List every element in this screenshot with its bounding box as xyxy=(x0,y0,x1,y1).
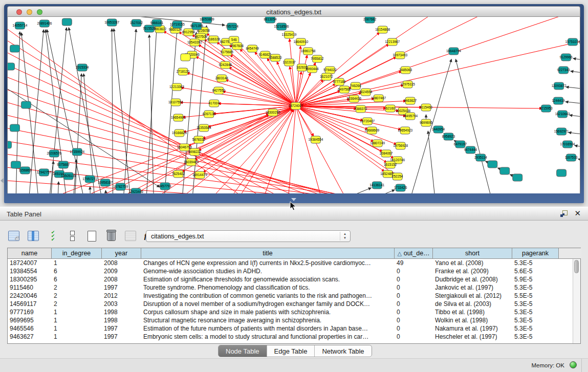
table-row[interactable]: 2242004622012Investigating the contribut… xyxy=(8,292,580,300)
network-node[interactable]: 16053809 xyxy=(200,17,214,23)
network-node[interactable] xyxy=(8,63,14,70)
network-node[interactable] xyxy=(513,174,522,181)
network-node[interactable]: 17957272 xyxy=(82,176,97,183)
network-node[interactable]: 252254 xyxy=(392,173,403,180)
network-node[interactable]: 6497568 xyxy=(338,86,351,93)
network-node[interactable] xyxy=(500,167,510,174)
network-node[interactable]: 8427552 xyxy=(212,87,226,94)
network-node[interactable]: 16648794 xyxy=(446,48,461,55)
network-node[interactable]: 12213363 xyxy=(169,83,184,91)
network-node[interactable]: 16961758 xyxy=(301,48,316,55)
network-node[interactable] xyxy=(8,141,11,148)
table-row[interactable]: 946362711997Embryonic stem cells: a mode… xyxy=(8,333,580,341)
network-node[interactable]: 2015334 xyxy=(76,64,89,71)
float-panel-icon[interactable] xyxy=(560,210,568,217)
table-row[interactable]: 911546021997Tourette syndrome. Phenomeno… xyxy=(8,283,580,292)
network-node[interactable]: 8267130 xyxy=(203,111,216,118)
network-node[interactable]: 1527002 xyxy=(130,19,143,27)
network-node[interactable]: 1322037 xyxy=(282,59,296,66)
network-node[interactable]: 9777169 xyxy=(333,78,346,85)
table-row[interactable]: 969969511998Structural magnetic resonanc… xyxy=(8,316,580,324)
network-node[interactable]: 9242848 xyxy=(219,61,232,69)
network-node[interactable]: 8813054 xyxy=(264,17,277,23)
network-node[interactable] xyxy=(557,169,567,177)
tab-network-table[interactable]: Network Table xyxy=(314,345,371,357)
network-node[interactable]: 417004 xyxy=(208,100,220,107)
network-node[interactable]: 7615526 xyxy=(143,25,156,32)
network-node[interactable]: 1615152 xyxy=(384,161,397,168)
network-node[interactable]: 19654903 xyxy=(171,114,186,121)
network-node[interactable]: 19166825 xyxy=(172,129,187,137)
network-node[interactable]: 8186328 xyxy=(207,36,221,43)
network-node[interactable]: 2803144 xyxy=(215,75,229,82)
network-node[interactable]: 9375887 xyxy=(57,161,70,168)
network-node[interactable]: 1156869 xyxy=(19,167,32,174)
network-node[interactable]: 9129966 xyxy=(559,54,573,61)
table-row[interactable]: 977716911998Corpus callosum shape and si… xyxy=(8,308,580,316)
network-node[interactable]: 19654923 xyxy=(398,127,412,134)
tab-node-table[interactable]: Node Table xyxy=(219,345,267,357)
network-node[interactable]: 7957224 xyxy=(226,23,239,30)
network-node[interactable]: 8454749 xyxy=(246,45,259,52)
column-header-year[interactable]: year xyxy=(102,248,141,258)
network-node[interactable]: 18640910 xyxy=(294,38,309,46)
network-node[interactable]: 8990444 xyxy=(306,65,319,73)
network-node[interactable]: 2084067 xyxy=(380,150,393,157)
network-node[interactable]: 9457791 xyxy=(159,183,172,190)
network-node[interactable]: 11353584 xyxy=(197,124,211,132)
network-node[interactable]: 6479197 xyxy=(454,141,467,148)
table-row[interactable]: 1456911722003Disruption of a novel membe… xyxy=(8,300,580,308)
network-node[interactable]: 9463627 xyxy=(404,97,417,104)
network-node[interactable]: 746266 xyxy=(350,82,361,90)
column-header-title[interactable]: title xyxy=(141,248,395,258)
row-height-button[interactable] xyxy=(66,229,79,243)
network-node[interactable]: 1167533 xyxy=(565,154,578,161)
network-node[interactable]: 16039489 xyxy=(184,159,199,166)
network-node[interactable]: 9227343 xyxy=(557,67,570,74)
network-node[interactable]: 2718120 xyxy=(177,68,190,75)
column-header-name[interactable]: name xyxy=(8,248,52,258)
import-table-button[interactable] xyxy=(124,229,137,243)
network-node[interactable] xyxy=(62,18,72,26)
network-node[interactable] xyxy=(11,161,20,168)
network-node[interactable]: 8215953 xyxy=(540,105,553,112)
network-node[interactable]: 4498222 xyxy=(188,148,202,156)
vertical-scrollbar[interactable] xyxy=(573,259,580,343)
network-graph[interactable]: 7663822986012489129548226058982750910543… xyxy=(8,17,580,193)
network-node[interactable]: 9671355 xyxy=(190,23,204,30)
network-node[interactable] xyxy=(10,45,19,52)
network-node[interactable]: 12923446 xyxy=(128,188,143,193)
table-row[interactable]: 1830029562008Estimation of significance … xyxy=(8,275,580,283)
network-node[interactable]: 2087682 xyxy=(363,17,377,23)
network-node[interactable] xyxy=(181,54,190,61)
network-node[interactable]: 7955812 xyxy=(311,55,324,62)
table-row[interactable]: 946554611997Estimation of the future num… xyxy=(8,324,580,333)
memory-status-indicator[interactable] xyxy=(570,361,577,368)
network-node[interactable]: 5794022 xyxy=(323,67,337,74)
network-node[interactable]: 16720407 xyxy=(360,118,375,125)
table-settings-button[interactable] xyxy=(7,229,20,243)
network-node[interactable]: 13325419 xyxy=(282,31,297,38)
network-node[interactable]: 62160 xyxy=(385,105,395,112)
network-node[interactable]: 14136141 xyxy=(369,182,384,189)
close-panel-icon[interactable]: ✕ xyxy=(574,209,581,218)
network-node[interactable]: 20891406 xyxy=(37,20,52,27)
table-selector-dropdown[interactable]: citations_edges.txt ▲▼ xyxy=(146,230,351,242)
network-node[interactable]: 17359924 xyxy=(70,148,84,156)
new-column-button[interactable] xyxy=(85,229,98,243)
network-node[interactable]: 9474444 xyxy=(464,146,477,154)
network-node[interactable]: 7625402 xyxy=(172,170,185,178)
collapse-west-arrow[interactable] xyxy=(1,178,4,183)
table-row[interactable]: 1872400712008Changes of HCN gene express… xyxy=(8,259,580,267)
network-node[interactable]: 1733426 xyxy=(394,184,407,191)
network-node[interactable]: 10807467 xyxy=(371,95,386,102)
network-node[interactable]: 9115460 xyxy=(420,104,432,111)
network-node[interactable]: 12093872 xyxy=(552,82,567,90)
delete-column-button[interactable] xyxy=(104,229,118,243)
network-node[interactable] xyxy=(21,101,31,108)
network-node[interactable]: 5878332 xyxy=(192,136,206,143)
network-node[interactable]: 2935114 xyxy=(474,154,487,161)
column-header-short[interactable]: short xyxy=(433,248,512,258)
network-node[interactable]: 16210643 xyxy=(555,111,570,118)
network-node[interactable]: 15218506 xyxy=(274,23,289,30)
